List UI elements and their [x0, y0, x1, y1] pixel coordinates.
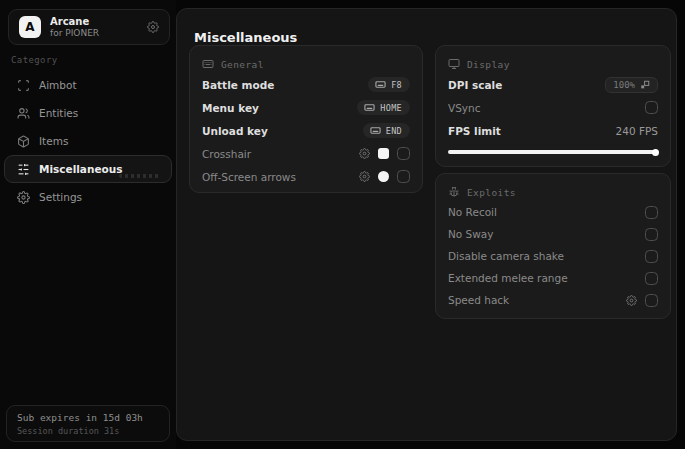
no-recoil-label: No Recoil	[448, 206, 497, 218]
monitor-icon	[448, 58, 460, 70]
general-card-header: General	[202, 55, 410, 73]
scale-icon	[640, 80, 650, 90]
vsync-row: VSync	[448, 96, 658, 119]
offscreen-arrows-label: Off-Screen arrows	[202, 171, 296, 183]
bug-icon	[448, 186, 460, 198]
crosshair-color-swatch[interactable]	[378, 148, 389, 159]
gear-icon[interactable]	[626, 295, 637, 306]
fps-limit-label: FPS limit	[448, 125, 501, 137]
disable-camera-shake-row: Disable camera shake	[448, 245, 658, 267]
display-card: Display DPI scale 100% VSync FPS limit 2…	[435, 45, 671, 167]
fps-slider-knob[interactable]	[652, 149, 659, 156]
exploits-header-label: Exploits	[467, 187, 516, 198]
no-sway-label: No Sway	[448, 228, 494, 240]
sidebar-item-items[interactable]: Items	[4, 127, 172, 155]
sidebar-nav: Aimbot Entities Items Miscellaneous	[4, 71, 172, 211]
scan-icon	[17, 79, 30, 92]
package-icon	[17, 135, 30, 148]
speed-hack-checkbox[interactable]	[645, 294, 658, 307]
sidebar-item-settings[interactable]: Settings	[4, 183, 172, 211]
subscription-status-card: Sub expires in 15d 03h Session duration …	[6, 405, 170, 442]
battle-mode-label: Battle mode	[202, 79, 274, 91]
fps-limit-slider[interactable]	[448, 148, 658, 156]
brand-name: Arcane	[50, 16, 147, 28]
vsync-label: VSync	[448, 102, 481, 114]
sidebar-item-aimbot[interactable]: Aimbot	[4, 71, 172, 99]
speed-hack-label: Speed hack	[448, 294, 509, 306]
no-sway-row: No Sway	[448, 223, 658, 245]
unload-key-keybind[interactable]: END	[363, 123, 410, 138]
category-label: Category	[11, 55, 58, 65]
dpi-scale-value: 100%	[613, 80, 635, 90]
crosshair-label: Crosshair	[202, 148, 251, 160]
sidebar-item-entities[interactable]: Entities	[4, 99, 172, 127]
extended-melee-range-row: Extended melee range	[448, 267, 658, 289]
brand-logo: A	[19, 16, 41, 38]
sidebar-item-label: Aimbot	[39, 79, 77, 91]
sidebar-item-miscellaneous[interactable]: Miscellaneous	[4, 155, 172, 183]
gear-icon	[17, 191, 30, 204]
disable-camera-shake-checkbox[interactable]	[645, 250, 658, 263]
brand-subtitle: for PIONER	[50, 28, 147, 38]
gear-icon[interactable]	[147, 21, 159, 33]
users-icon	[17, 107, 30, 120]
session-duration-text: Session duration 31s	[17, 425, 159, 437]
crosshair-checkbox[interactable]	[397, 147, 410, 160]
menu-key-keybind[interactable]: HOME	[357, 100, 410, 115]
battle-mode-keybind[interactable]: F8	[368, 77, 410, 92]
fps-limit-value: 240 FPS	[616, 125, 658, 137]
no-sway-checkbox[interactable]	[645, 228, 658, 241]
general-header-label: General	[221, 59, 264, 70]
sidebar: A Arcane for PIONER Category Aimbot	[0, 0, 176, 449]
extended-melee-range-label: Extended melee range	[448, 272, 568, 284]
sub-expiry-text: Sub expires in 15d 03h	[17, 411, 159, 425]
offscreen-arrows-color-swatch[interactable]	[378, 171, 389, 182]
brand-card: A Arcane for PIONER	[8, 9, 170, 45]
offscreen-arrows-checkbox[interactable]	[397, 170, 410, 183]
disable-camera-shake-label: Disable camera shake	[448, 250, 564, 262]
speed-hack-row: Speed hack	[448, 289, 658, 311]
unload-key-row: Unload key END	[202, 119, 410, 142]
sliders-icon	[17, 163, 30, 176]
dpi-scale-control[interactable]: 100%	[605, 77, 658, 93]
battle-mode-row: Battle mode F8	[202, 73, 410, 96]
brand-text: Arcane for PIONER	[50, 16, 147, 38]
display-header-label: Display	[467, 59, 510, 70]
extended-melee-range-checkbox[interactable]	[645, 272, 658, 285]
gear-icon[interactable]	[359, 171, 370, 182]
crosshair-row: Crosshair	[202, 142, 410, 165]
general-card: General Battle mode F8 Menu key HOME	[189, 45, 423, 193]
unload-key-label: Unload key	[202, 125, 268, 137]
exploits-card: Exploits No Recoil No Sway Disable camer…	[435, 173, 671, 319]
selected-item-dots-decoration	[119, 174, 161, 178]
sidebar-item-label: Miscellaneous	[39, 163, 122, 175]
menu-key-label: Menu key	[202, 102, 259, 114]
keyboard-icon	[202, 58, 214, 70]
app-window: A Arcane for PIONER Category Aimbot	[0, 0, 685, 449]
keyboard-icon	[370, 125, 381, 136]
dpi-scale-label: DPI scale	[448, 79, 502, 91]
sidebar-item-label: Items	[39, 135, 68, 147]
gear-icon[interactable]	[359, 148, 370, 159]
sidebar-item-label: Settings	[39, 191, 82, 203]
sidebar-item-label: Entities	[39, 107, 78, 119]
keyboard-icon	[375, 79, 386, 90]
no-recoil-row: No Recoil	[448, 201, 658, 223]
vsync-checkbox[interactable]	[645, 101, 658, 114]
dpi-scale-row: DPI scale 100%	[448, 73, 658, 96]
keyboard-icon	[364, 102, 375, 113]
offscreen-arrows-row: Off-Screen arrows	[202, 165, 410, 188]
fps-slider-track-fill	[448, 150, 658, 154]
main-panel: Miscellaneous General Battle mode F8	[176, 8, 677, 441]
no-recoil-checkbox[interactable]	[645, 206, 658, 219]
display-card-header: Display	[448, 55, 658, 73]
page-title: Miscellaneous	[194, 30, 297, 45]
menu-key-row: Menu key HOME	[202, 96, 410, 119]
exploits-card-header: Exploits	[448, 183, 658, 201]
fps-limit-row: FPS limit 240 FPS	[448, 119, 658, 142]
